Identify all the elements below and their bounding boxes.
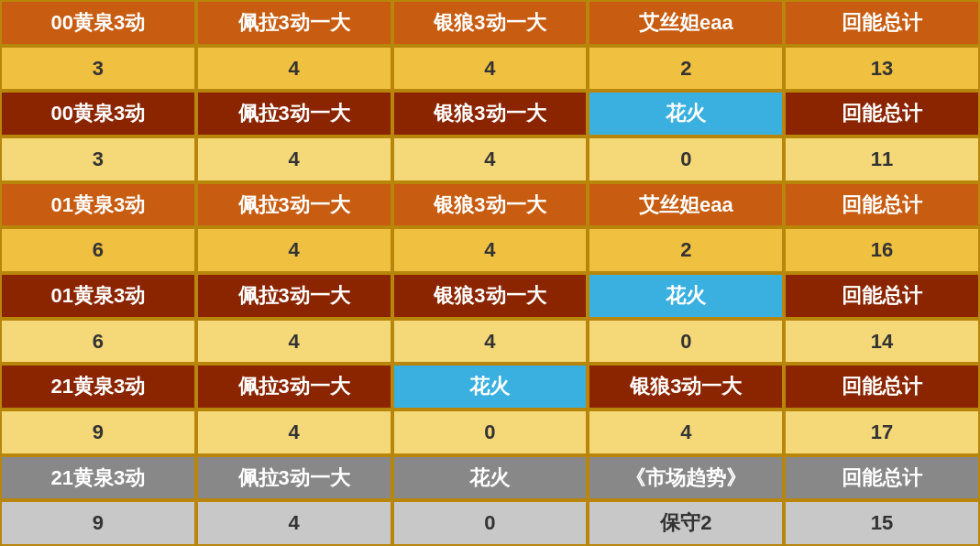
table-cell: 花火	[588, 273, 784, 319]
table-cell: 佩拉3动一大	[196, 0, 392, 46]
table-cell: 佩拉3动一大	[196, 455, 392, 501]
table-cell: 花火	[588, 91, 784, 136]
table-cell: 回能总计	[784, 0, 980, 46]
table-cell: 4	[392, 136, 589, 182]
table-cell: 00黄泉3动	[0, 91, 196, 136]
table-cell: 银狼3动一大	[392, 182, 589, 228]
table-cell: 4	[196, 410, 392, 455]
table-row: 21黄泉3动佩拉3动一大花火银狼3动一大回能总计	[0, 364, 980, 410]
table-cell: 2	[588, 227, 784, 273]
table-cell: 4	[196, 227, 392, 273]
table-cell: 4	[392, 46, 589, 92]
table-cell: 艾丝妲eaa	[588, 182, 784, 228]
table-cell: 回能总计	[784, 364, 980, 410]
table-cell: 11	[784, 136, 980, 182]
table-cell: 佩拉3动一大	[196, 182, 392, 228]
table-cell: 3	[0, 136, 196, 182]
table-row: 21黄泉3动佩拉3动一大花火《市场趋势》回能总计	[0, 455, 980, 501]
table-cell: 4	[392, 227, 589, 273]
table-cell: 21黄泉3动	[0, 455, 196, 501]
table-cell: 4	[196, 136, 392, 182]
table-cell: 14	[784, 319, 980, 365]
table-cell: 01黄泉3动	[0, 273, 196, 319]
table-row: 344011	[0, 136, 980, 182]
table-cell: 6	[0, 227, 196, 273]
table-cell: 9	[0, 410, 196, 455]
table-row: 940保守215	[0, 500, 980, 546]
table-cell: 银狼3动一大	[392, 91, 589, 136]
table-row: 344213	[0, 46, 980, 92]
table-cell: 保守2	[588, 500, 784, 546]
table-cell: 01黄泉3动	[0, 182, 196, 228]
table-cell: 16	[784, 227, 980, 273]
table-row: 644014	[0, 319, 980, 365]
table-cell: 佩拉3动一大	[196, 273, 392, 319]
table-cell: 银狼3动一大	[392, 0, 589, 46]
table-cell: 0	[588, 136, 784, 182]
table-cell: 艾丝妲eaa	[588, 0, 784, 46]
table-cell: 回能总计	[784, 91, 980, 136]
main-table: 00黄泉3动佩拉3动一大银狼3动一大艾丝妲eaa回能总计34421300黄泉3动…	[0, 0, 980, 546]
table-cell: 13	[784, 46, 980, 92]
table-cell: 0	[588, 319, 784, 365]
table-cell: 花火	[392, 364, 589, 410]
table-cell: 2	[588, 46, 784, 92]
table-row: 940417	[0, 410, 980, 455]
table-cell: 回能总计	[784, 455, 980, 501]
table-cell: 4	[196, 500, 392, 546]
table-cell: 21黄泉3动	[0, 364, 196, 410]
table-row: 01黄泉3动佩拉3动一大银狼3动一大艾丝妲eaa回能总计	[0, 182, 980, 228]
table-cell: 4	[196, 319, 392, 365]
table-row: 01黄泉3动佩拉3动一大银狼3动一大花火回能总计	[0, 273, 980, 319]
table-cell: 回能总计	[784, 182, 980, 228]
table-cell: 17	[784, 410, 980, 455]
table-row: 00黄泉3动佩拉3动一大银狼3动一大花火回能总计	[0, 91, 980, 136]
table-cell: 佩拉3动一大	[196, 364, 392, 410]
table-cell: 00黄泉3动	[0, 0, 196, 46]
table-cell: 4	[392, 319, 589, 365]
table-cell: 6	[0, 319, 196, 365]
table-cell: 回能总计	[784, 273, 980, 319]
table-cell: 花火	[392, 455, 589, 501]
table-cell: 3	[0, 46, 196, 92]
table-cell: 4	[588, 410, 784, 455]
table-row: 00黄泉3动佩拉3动一大银狼3动一大艾丝妲eaa回能总计	[0, 0, 980, 46]
table-cell: 0	[392, 500, 589, 546]
table-cell: 9	[0, 500, 196, 546]
table-cell: 0	[392, 410, 589, 455]
table-cell: 4	[196, 46, 392, 92]
table-row: 644216	[0, 227, 980, 273]
table-cell: 15	[784, 500, 980, 546]
table-cell: 《市场趋势》	[588, 455, 784, 501]
table-cell: 佩拉3动一大	[196, 91, 392, 136]
table-cell: 银狼3动一大	[588, 364, 784, 410]
table-cell: 银狼3动一大	[392, 273, 589, 319]
